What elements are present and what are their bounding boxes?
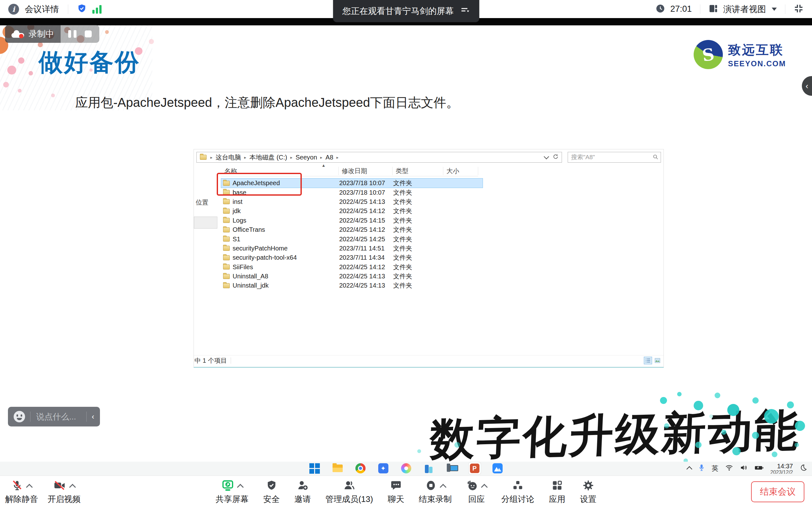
search-input[interactable]	[568, 152, 661, 163]
video-options-chevron[interactable]	[69, 484, 76, 490]
security-check-icon[interactable]	[77, 3, 87, 15]
breadcrumb-separator: ▸	[244, 155, 247, 160]
file-row[interactable]: Uninstall_jdk 2022/4/25 14:13 文件夹	[221, 281, 483, 290]
breadcrumb-a8[interactable]: A8	[325, 154, 333, 161]
settings-button[interactable]: 设置	[580, 479, 597, 505]
folder-icon	[200, 155, 207, 160]
invite-button[interactable]: 邀请	[294, 479, 311, 505]
column-header-date[interactable]: 修改日期	[339, 167, 393, 175]
item-count: 中 1 个项目	[195, 356, 227, 365]
docs-app-icon[interactable]: ✦	[377, 462, 389, 474]
chat-input[interactable]	[36, 411, 81, 422]
windows-start-icon[interactable]	[309, 462, 321, 474]
network-signal-icon[interactable]	[92, 5, 102, 14]
tray-mic-icon[interactable]	[698, 463, 705, 473]
mic-options-chevron[interactable]	[26, 484, 33, 490]
chat-quick-input[interactable]: ‹	[8, 407, 100, 427]
file-type: 文件夹	[393, 207, 444, 215]
view-mode-selector[interactable]: 演讲者视图	[723, 3, 766, 15]
reaction-options-chevron[interactable]	[481, 484, 488, 490]
divider	[700, 4, 700, 14]
file-row[interactable]: OfficeTrans 2022/4/25 14:12 文件夹	[221, 225, 483, 234]
slide-body-text: 应用包-ApacheJetspeed，注意删除ApacheJetspeed下面日…	[75, 94, 459, 111]
file-type: 文件夹	[393, 225, 444, 234]
battery-icon[interactable]	[755, 465, 763, 471]
apps-button[interactable]: 应用	[549, 479, 565, 505]
security-button[interactable]: 安全	[263, 479, 280, 505]
slide-title: 做好备份	[39, 46, 140, 79]
chrome-icon[interactable]	[354, 462, 366, 474]
file-name: inst	[233, 198, 339, 206]
file-row[interactable]: securityPatchHome 2023/7/11 14:51 文件夹	[221, 244, 483, 253]
chat-button[interactable]: 聊天	[388, 479, 404, 505]
meeting-app-icon[interactable]	[492, 462, 504, 474]
breadcrumb-this-pc[interactable]: 这台电脑	[216, 153, 241, 162]
file-row[interactable]: Logs 2022/4/25 14:15 文件夹	[221, 216, 483, 225]
refresh-icon[interactable]	[553, 154, 558, 161]
share-screen-button[interactable]: 共享屏幕	[215, 479, 248, 505]
exit-fullscreen-icon[interactable]	[794, 3, 804, 15]
breakout-icon	[512, 480, 523, 493]
invite-person-add-icon	[296, 480, 308, 493]
tray-expand-icon[interactable]	[687, 466, 692, 472]
search-box[interactable]	[568, 152, 661, 163]
search-icon[interactable]	[653, 154, 658, 161]
info-icon[interactable]: i	[8, 4, 19, 14]
end-meeting-button[interactable]: 结束会议	[751, 481, 804, 502]
sort-ascending-icon: ▲	[321, 163, 325, 168]
thumbnail-view-button[interactable]	[653, 357, 662, 364]
share-options-chevron[interactable]	[237, 484, 243, 490]
wifi-icon[interactable]	[725, 464, 733, 472]
file-explorer-icon[interactable]	[332, 462, 344, 474]
banner-menu-icon[interactable]	[460, 5, 470, 17]
address-bar[interactable]: ▸ 这台电脑 ▸ 本地磁盘 (C:) ▸ Seeyon ▸ A8 ▸	[196, 152, 562, 163]
reactions-button[interactable]: 回应	[466, 479, 487, 505]
start-video-button[interactable]: 开启视频	[48, 479, 81, 505]
stop-recording-button[interactable]	[85, 31, 92, 38]
file-row[interactable]: security-patch-tool-x64 2023/7/11 14:34 …	[221, 253, 483, 262]
powerpoint-icon[interactable]: P	[469, 462, 481, 474]
column-header-type[interactable]: 类型	[393, 167, 443, 175]
reaction-icon	[466, 480, 478, 493]
unmute-button[interactable]: 解除静音	[5, 479, 38, 505]
file-row[interactable]: inst 2022/4/25 14:13 文件夹	[221, 197, 483, 207]
emoji-icon[interactable]	[14, 411, 25, 422]
column-header-size[interactable]: 大小	[443, 167, 478, 175]
pause-recording-button[interactable]	[68, 30, 77, 38]
night-mode-icon[interactable]	[800, 464, 807, 472]
address-dropdown-icon[interactable]	[544, 154, 549, 160]
breadcrumb-separator: ▸	[290, 155, 293, 160]
stop-recording-toolbar-button[interactable]: 结束录制	[419, 479, 452, 505]
file-row[interactable]: jdk 2022/4/25 14:12 文件夹	[221, 207, 483, 216]
chevron-down-icon[interactable]	[772, 8, 777, 11]
file-row[interactable]: Uninstall_A8 2022/4/25 14:13 文件夹	[221, 272, 483, 281]
buildings-app-icon[interactable]	[423, 462, 435, 474]
record-options-chevron[interactable]	[440, 484, 447, 490]
details-view-button[interactable]	[644, 357, 652, 364]
windows-taskbar: ✦ P 英 14:37 2023/12/2	[0, 462, 812, 475]
tray-clock[interactable]: 14:37 2023/12/2	[770, 463, 793, 474]
ime-indicator[interactable]: 英	[712, 464, 718, 473]
file-type: 文件夹	[393, 244, 444, 253]
breadcrumb-local-disk[interactable]: 本地磁盘 (C:)	[249, 153, 287, 162]
meeting-window: i 会议详情 27:01 演讲者视图	[0, 0, 812, 507]
breadcrumb-separator: ▸	[210, 155, 213, 160]
file-row[interactable]: S1 2022/4/25 14:25 文件夹	[221, 234, 483, 243]
file-date: 2023/7/18 10:07	[339, 179, 393, 187]
folder-icon	[223, 236, 230, 242]
breadcrumb-seeyon[interactable]: Seeyon	[295, 154, 317, 161]
meeting-timer: 27:01	[670, 4, 692, 14]
file-type: 文件夹	[393, 263, 444, 271]
folder-icon	[223, 227, 230, 232]
collapse-chat-icon[interactable]: ‹	[92, 412, 94, 421]
logo-en-text: SEEYON.COM	[728, 59, 786, 68]
file-date: 2022/4/25 14:13	[339, 198, 393, 206]
file-row[interactable]: SiiFiles 2022/4/25 14:12 文件夹	[221, 263, 483, 272]
speaker-icon[interactable]	[740, 464, 748, 472]
meeting-details-button[interactable]: 会议详情	[25, 3, 59, 15]
remote-desktop-icon[interactable]	[446, 462, 458, 474]
manage-members-button[interactable]: 管理成员(13)	[325, 479, 373, 505]
photos-app-icon[interactable]	[400, 462, 412, 474]
breakout-rooms-button[interactable]: 分组讨论	[501, 479, 535, 505]
panel-collapse-button[interactable]: ‹	[802, 76, 812, 96]
